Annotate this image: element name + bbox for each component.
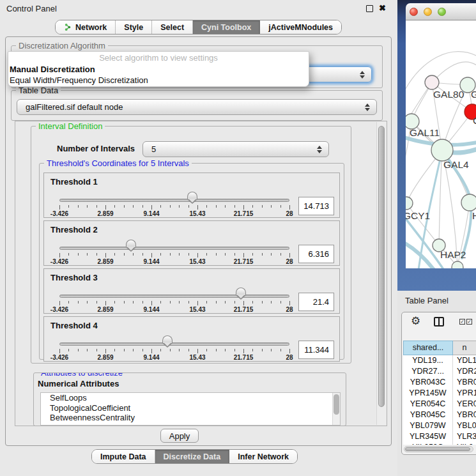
minimize-light-icon[interactable] xyxy=(424,8,432,16)
numerical-attributes-list[interactable]: SelfLoopsTopologicalCoefficientBetweenne… xyxy=(40,392,341,426)
tab-impute-data[interactable]: Impute Data xyxy=(92,450,155,463)
threshold-slider[interactable]: -3.4262.8599.14415.4321.71528 xyxy=(59,317,289,361)
threshold-panel: Threshold 2 -3.4262.8599.14415.4321.7152… xyxy=(43,220,340,266)
node-gal4[interactable] xyxy=(431,139,453,161)
tab-style[interactable]: Style xyxy=(116,20,152,34)
threshold-slider[interactable]: -3.4262.8599.14415.4321.71528 xyxy=(59,221,289,265)
table-row[interactable]: YBR045CYBR0 xyxy=(403,410,476,420)
table-data-value: galFiltered.sif default node xyxy=(26,102,123,112)
tab-discretize-data[interactable]: Discretize Data xyxy=(155,450,230,463)
close-light-icon[interactable] xyxy=(410,8,418,16)
zoom-light-icon[interactable] xyxy=(438,8,446,16)
dropdown-option-equal-width-frequency[interactable]: Equal Width/Frequency Discretization xyxy=(8,75,309,86)
table-row[interactable]: YDL19...YDL1 xyxy=(403,355,476,366)
table-hscrollbar[interactable] xyxy=(404,446,473,452)
slider-thumb[interactable] xyxy=(236,288,246,295)
scrollbar-thumb[interactable] xyxy=(334,394,339,415)
network-window-titlebar[interactable] xyxy=(406,3,476,20)
node-h[interactable] xyxy=(461,194,476,211)
table-row[interactable]: YBR043CYBR0 xyxy=(403,377,476,388)
screen: Control Panel ✖ Network Style Select Cyn… xyxy=(0,0,476,476)
interval-definition-group: Interval Definition Number of Intervals … xyxy=(31,126,351,364)
slider-track[interactable] xyxy=(59,247,289,250)
top-tab-bar: Network Style Select Cyni Toolbox jActiv… xyxy=(55,20,342,35)
slider-thumb[interactable] xyxy=(187,192,197,199)
attribute-item[interactable]: TopologicalCoefficient xyxy=(41,403,340,413)
attributes-to-discretize-group: Attributes to discretize Numerical Attri… xyxy=(33,372,346,426)
number-of-intervals-value: 5 xyxy=(151,144,156,154)
table-body: YDL19...YDL1YDR27...YDR2YBR043CYBR0YPR14… xyxy=(403,355,476,445)
slider-ticks xyxy=(59,349,289,354)
tab-select[interactable]: Select xyxy=(152,20,193,34)
checkbox-pair-icon[interactable]: ✓✓ xyxy=(459,319,472,325)
slider-tick-labels: -3.4262.8599.14415.4321.71528 xyxy=(59,210,289,217)
threshold-value-field[interactable]: 11.344 xyxy=(298,341,334,359)
network-canvas[interactable]: GAL80 G C GAL11 GAL4 GCY1 H HAP2 xyxy=(406,20,476,268)
column-header-shared[interactable]: shared... xyxy=(403,341,453,355)
scrollbar-thumb[interactable] xyxy=(405,447,470,451)
group-title: Table Data xyxy=(16,86,61,95)
node-label: H xyxy=(472,210,476,221)
bottom-tab-bar: Impute Data Discretize Data Infer Networ… xyxy=(91,449,298,464)
slider-ticks xyxy=(59,253,289,258)
dropdown-option-manual-discretization[interactable]: Manual Discretization xyxy=(8,64,309,75)
threshold-coordinates-group: Threshold's Coordinates for 5 Intervals … xyxy=(39,163,344,360)
tab-jactivemnodules[interactable]: jActiveMNodules xyxy=(260,20,341,34)
dropdown-hint-item[interactable]: Select algorithm to view settings xyxy=(8,52,309,64)
tab-label: Style xyxy=(124,23,143,32)
attribute-item[interactable]: BetweennessCentrality xyxy=(41,413,340,423)
table-panel-title: Table Panel xyxy=(405,296,449,305)
node-label: HAP2 xyxy=(440,249,466,260)
tab-label: jActiveMNodules xyxy=(268,23,333,32)
number-of-intervals-combobox[interactable]: 5 xyxy=(142,141,329,157)
number-of-intervals-label: Number of Intervals xyxy=(57,144,135,153)
close-icon[interactable]: ✖ xyxy=(379,3,386,13)
tab-cyni-toolbox[interactable]: Cyni Toolbox xyxy=(193,20,260,34)
table-row[interactable]: YER054CYER0 xyxy=(403,399,476,410)
threshold-slider[interactable]: -3.4262.8599.14415.4321.71528 xyxy=(59,269,289,313)
node-gcy1[interactable] xyxy=(406,197,413,210)
threshold-value-field[interactable]: 6.316 xyxy=(298,245,334,263)
control-panel-titlebar: Control Panel ✖ xyxy=(0,0,397,17)
node-label: GCY1 xyxy=(406,210,430,221)
slider-thumb[interactable] xyxy=(162,335,173,343)
table-row[interactable]: YPR145WYPR1 xyxy=(403,388,476,399)
node-gal80[interactable] xyxy=(425,75,439,89)
table-row[interactable]: YDR27...YDR2 xyxy=(403,366,476,377)
node-label: C xyxy=(473,115,476,126)
threshold-value-field[interactable]: 21.4 xyxy=(298,293,334,311)
threshold-panel: Threshold 4 -3.4262.8599.14415.4321.7152… xyxy=(43,316,340,362)
table-row[interactable]: YIL052CYIL0 xyxy=(403,442,476,445)
table-data-group: Table Data galFiltered.sif default node xyxy=(11,90,383,121)
node-table: ⚙ ✓✓ shared... n YDL19...YDL1YDR27...YDR… xyxy=(401,312,476,455)
split-columns-icon[interactable] xyxy=(434,317,444,326)
settings-scrollbar[interactable] xyxy=(376,122,386,425)
group-title: Attributes to discretize xyxy=(38,372,125,378)
table-data-combobox[interactable]: galFiltered.sif default node xyxy=(17,99,377,115)
table-header: shared... n xyxy=(403,341,476,355)
tab-label: Select xyxy=(160,23,184,32)
panel-title: Control Panel xyxy=(6,4,57,13)
float-window-icon[interactable] xyxy=(366,5,373,12)
tab-network[interactable]: Network xyxy=(56,20,116,34)
slider-thumb[interactable] xyxy=(126,240,136,247)
apply-button[interactable]: Apply xyxy=(160,429,199,443)
column-header-name[interactable]: n xyxy=(453,341,476,355)
list-scrollbar[interactable] xyxy=(332,393,340,425)
threshold-value-field[interactable]: 14.713 xyxy=(298,197,334,215)
control-panel-window: Control Panel ✖ Network Style Select Cyn… xyxy=(0,0,397,476)
tab-infer-network[interactable]: Infer Network xyxy=(229,450,297,463)
slider-track[interactable] xyxy=(59,295,289,298)
slider-ticks xyxy=(59,301,289,306)
group-title: Threshold's Coordinates for 5 Intervals xyxy=(44,158,192,168)
table-row[interactable]: YBL079WYBL0 xyxy=(403,420,476,431)
table-row[interactable]: YLR345WYLR3 xyxy=(403,431,476,442)
threshold-slider[interactable]: -3.4262.8599.14415.4321.71528 xyxy=(59,173,289,217)
slider-track[interactable] xyxy=(59,199,289,202)
group-title: Interval Definition xyxy=(36,121,105,131)
gear-icon[interactable]: ⚙ xyxy=(411,315,420,328)
attribute-item[interactable]: SelfLoops xyxy=(41,393,340,403)
node-label: GAL80 xyxy=(433,89,464,100)
slider-track[interactable] xyxy=(59,342,289,346)
scrollbar-thumb[interactable] xyxy=(378,126,385,407)
